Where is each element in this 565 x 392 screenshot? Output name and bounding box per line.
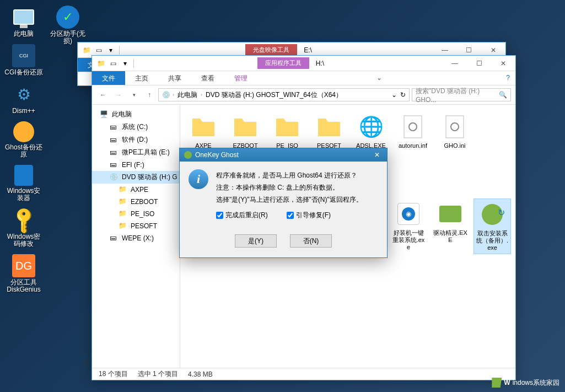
addressbar-dropdown-icon[interactable]: ⌄ [391, 91, 397, 99]
ribbon-tab-view[interactable]: 查看 [191, 71, 224, 85]
props-icon[interactable]: ▭ [93, 45, 104, 56]
folder-icon: 📁 [95, 58, 106, 69]
props-icon[interactable]: ▭ [107, 58, 119, 69]
address-bar-row: ← → ▾ ↑ 💿 › 此电脑 › DVD 驱动器 (H:) GHOST_WIN… [92, 85, 515, 105]
tree-drive-x[interactable]: 🖴WEPE (X:) [92, 232, 180, 244]
dialog-title: OneKey Ghost [195, 151, 239, 159]
file-exe-drvgenius[interactable]: 驱动精灵.EXE [432, 198, 469, 254]
tree-folder-axpe[interactable]: 📁AXPE [92, 184, 180, 196]
contextual-tab[interactable]: 应用程序工具 [257, 57, 309, 69]
ribbon-collapse-icon[interactable]: ⌄ [371, 71, 388, 85]
ribbon: 文件 主页 共享 查看 管理 ⌄ ? [92, 71, 515, 85]
watermark-logo-icon [492, 378, 502, 388]
tree-folder-peiso[interactable]: 📁PE_ISO [92, 208, 180, 220]
tree-folder-ezboot[interactable]: 📁EZBOOT [92, 196, 180, 208]
drive-icon: 💿 [162, 91, 170, 99]
file-folder-ezboot[interactable]: EZBOOT [227, 111, 264, 152]
breadcrumb-item[interactable]: DVD 驱动器 (H:) GHOST_WIN7_64位（X64） [205, 90, 343, 100]
watermark: Windows系统家园 [492, 378, 559, 388]
close-button[interactable]: ✕ [491, 56, 515, 71]
status-item-count: 18 个项目 [99, 369, 128, 379]
nav-up-button[interactable]: ↑ [143, 88, 156, 101]
info-icon: i [189, 169, 208, 189]
breadcrumb-item[interactable]: 此电脑 [176, 90, 198, 100]
maximize-button[interactable]: ☐ [467, 56, 491, 71]
navigation-pane[interactable]: 🖥️此电脑 🖴系统 (C:) 🖴软件 (D:) 🖴微PE工具箱 (E:) 🖴EF… [92, 105, 180, 368]
svg-rect-0 [404, 116, 422, 138]
ribbon-tab-share[interactable]: 共享 [158, 71, 191, 85]
contextual-tab[interactable]: 光盘映像工具 [245, 44, 297, 56]
nav-back-button[interactable]: ← [96, 88, 110, 101]
desktop-icon-thispc[interactable]: 此电脑 [4, 6, 43, 37]
minimize-button[interactable]: — [443, 56, 467, 71]
dialog-message: 程序准备就绪，是否马上用 Ghost64 进行还原？ 注意：本操作将删除 C: … [216, 169, 363, 221]
desktop-icon-diskgenius[interactable]: DG分区工具DiskGenius [4, 254, 43, 293]
status-bar: 18 个项目 选中 1 个项目 4.38 MB [92, 368, 515, 380]
status-size: 4.38 MB [188, 370, 213, 378]
help-icon[interactable]: ? [501, 71, 515, 85]
file-folder-peiso[interactable]: PE_ISO [268, 111, 306, 152]
onekey-ghost-dialog: OneKey Ghost ✕ i 程序准备就绪，是否马上用 Ghost64 进行… [179, 148, 388, 258]
tree-drive-e[interactable]: 🖴微PE工具箱 (E:) [92, 146, 180, 159]
file-folder-axpe[interactable]: AXPE [185, 111, 222, 152]
status-selected-count: 选中 1 个项目 [138, 369, 178, 379]
checkbox-restart[interactable]: 完成后重启(R) [216, 209, 268, 221]
file-exe-hzj[interactable]: ◉好装机一键重装系统.exe [390, 198, 427, 254]
tree-folder-pesoft[interactable]: 📁PESOFT [92, 220, 180, 232]
desktop-icon-ghost[interactable]: Ghost备份还原 [4, 121, 43, 158]
file-inf-autorun[interactable]: autorun.inf [394, 111, 432, 152]
window-controls: — ☐ ✕ [443, 56, 515, 71]
nav-recent-icon[interactable]: ▾ [127, 88, 141, 101]
file-ini-gho[interactable]: GHO.ini [436, 111, 473, 152]
tree-drive-h[interactable]: 💿DVD 驱动器 (H:) G [92, 171, 180, 184]
tree-drive-c[interactable]: 🖴系统 (C:) [92, 121, 180, 133]
dialog-close-button[interactable]: ✕ [372, 151, 383, 159]
qat-dropdown-icon[interactable]: ▾ [105, 45, 116, 56]
search-input[interactable]: 搜索"DVD 驱动器 (H:) GHO... 🔍 [412, 88, 511, 101]
no-button[interactable]: 否(N) [290, 234, 332, 248]
refresh-icon[interactable]: ↻ [400, 91, 406, 99]
svg-rect-2 [446, 116, 464, 138]
file-exe-adsl[interactable]: 🌐ADSL.EXE [352, 111, 390, 152]
dialog-titlebar[interactable]: OneKey Ghost ✕ [180, 148, 387, 162]
desktop-icon-winpwd[interactable]: 🔑Windows密码修改 [4, 208, 43, 248]
window-title: H:\ [316, 60, 324, 67]
dialog-app-icon [184, 151, 192, 159]
ribbon-tab-manage[interactable]: 管理 [224, 71, 257, 85]
folder-icon: 📁 [81, 45, 92, 56]
address-bar[interactable]: 💿 › 此电脑 › DVD 驱动器 (H:) GHOST_WIN7_64位（X6… [158, 88, 410, 101]
file-folder-pesoft[interactable]: PESOFT [310, 111, 348, 152]
search-icon: 🔍 [499, 91, 507, 99]
checkbox-bootfix[interactable]: 引导修复(F) [287, 209, 331, 221]
titlebar: 📁 ▭ ▾ 应用程序工具 H:\ — ☐ ✕ [92, 56, 515, 71]
file-exe-install[interactable]: ↻双击安装系统（备用）.exe [473, 198, 511, 254]
desktop-icon-cgi[interactable]: CGICGI备份还原 [4, 44, 43, 76]
nav-forward-button[interactable]: → [112, 88, 125, 101]
desktop-icon-paragon[interactable]: ✓分区助手(无损) [49, 6, 87, 45]
window-title: E:\ [304, 46, 312, 54]
desktop-column-1: 此电脑 CGICGI备份还原 ⚙Dism++ Ghost备份还原 Windows… [4, 6, 43, 300]
ribbon-tab-home[interactable]: 主页 [125, 71, 158, 85]
yes-button[interactable]: 是(Y) [235, 234, 277, 248]
file-menu[interactable]: 文件 [92, 71, 125, 85]
desktop-icon-dism[interactable]: ⚙Dism++ [4, 83, 43, 115]
desktop-icon-wininst[interactable]: Windows安装器 [4, 165, 43, 202]
tree-thispc[interactable]: 🖥️此电脑 [92, 108, 180, 121]
tree-drive-d[interactable]: 🖴软件 (D:) [92, 133, 180, 146]
bg-status-count: 3 [84, 359, 88, 367]
tree-drive-f[interactable]: 🖴EFI (F:) [92, 159, 180, 171]
qat-dropdown-icon[interactable]: ▾ [120, 58, 131, 69]
